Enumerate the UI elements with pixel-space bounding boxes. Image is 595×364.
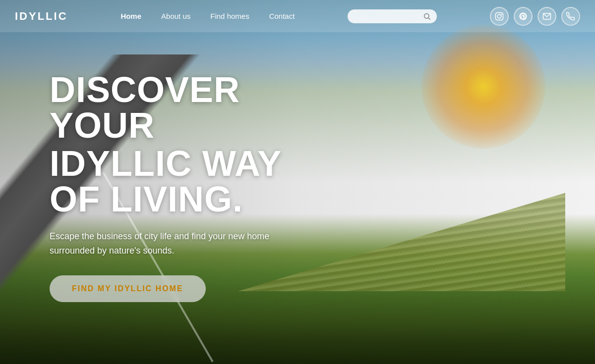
svg-rect-2 [495, 12, 503, 20]
email-icon [542, 12, 551, 21]
navbar: IDYLLIC Home About us Find homes Contact [0, 0, 595, 32]
brand-logo[interactable]: IDYLLIC [15, 10, 68, 23]
nav-contact[interactable]: Contact [269, 12, 295, 20]
email-button[interactable] [537, 7, 556, 26]
cta-button[interactable]: FIND MY IDYLLIC HOME [50, 275, 206, 302]
phone-button[interactable] [561, 7, 580, 26]
instagram-icon [495, 12, 504, 21]
hero-title-line2: IDYLLIC WAY OF LIVING. [50, 146, 322, 217]
svg-line-1 [428, 18, 430, 20]
nav-home[interactable]: Home [120, 12, 141, 20]
pinterest-button[interactable] [514, 7, 533, 26]
svg-point-0 [424, 13, 429, 18]
nav-find-homes[interactable]: Find homes [210, 12, 249, 20]
hero-title-line1: DISCOVER YOUR [50, 72, 322, 143]
nav-links: Home About us Find homes Contact [120, 12, 295, 21]
social-icons [490, 7, 580, 26]
phone-icon [566, 12, 575, 21]
pinterest-icon [519, 12, 528, 21]
search-button[interactable] [423, 12, 431, 20]
svg-point-4 [501, 13, 502, 14]
instagram-button[interactable] [490, 7, 509, 26]
search-bar [348, 9, 437, 23]
search-icon [423, 12, 431, 20]
search-input[interactable] [354, 12, 423, 20]
nav-about[interactable]: About us [161, 12, 190, 20]
svg-point-3 [497, 14, 501, 18]
hero-subtitle: Escape the business of city life and fin… [50, 229, 298, 258]
hero-content: DISCOVER YOUR IDYLLIC WAY OF LIVING. Esc… [0, 32, 322, 302]
